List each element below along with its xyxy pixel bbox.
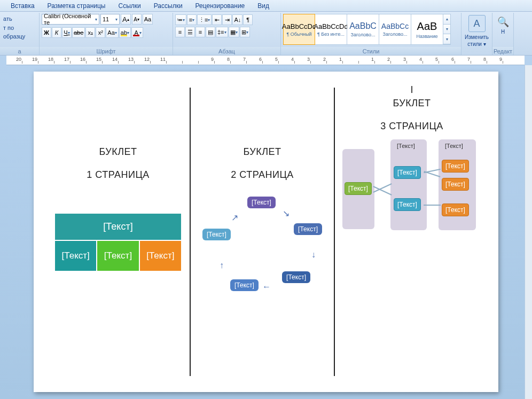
smartart-cell-1[interactable]: [Текст] [54, 240, 97, 271]
menu-links[interactable]: Ссылки [112, 1, 147, 11]
panel2-title: БУКЛЕТ [243, 146, 281, 158]
grow-font-button[interactable]: A▴ [121, 14, 131, 25]
borders-button[interactable]: ⊞▾ [240, 27, 250, 37]
smartart-cycle[interactable]: [Текст] [Текст] [Текст] [Текст] [Текст] … [198, 197, 326, 303]
paragraph-group-title: Абзац [173, 47, 280, 55]
hier-box-c1[interactable]: [Текст] [442, 160, 469, 173]
styles-expand[interactable]: ▾ [443, 34, 450, 44]
style-heading1[interactable]: AaBbC Заголово... [347, 14, 379, 45]
line-spacing-button[interactable]: ‡≡▾ [216, 27, 228, 37]
cycle-box-4[interactable]: [Текст] [230, 279, 259, 291]
change-case-button[interactable]: Aa▾ [106, 27, 118, 38]
clipboard-format-painter[interactable]: т по образцу [3, 24, 36, 41]
clipboard-group-title: а [0, 47, 39, 55]
vertical-scrollbar[interactable] [525, 65, 532, 399]
change-styles-label: Изменить [464, 34, 490, 40]
find-label: Н [495, 29, 511, 35]
clear-formatting-button[interactable]: Aa [143, 14, 153, 25]
arrow-icon: ↑ [220, 261, 224, 270]
menu-review[interactable]: Рецензирование [189, 1, 252, 11]
cycle-box-3[interactable]: [Текст] [282, 271, 310, 283]
bullets-button[interactable]: ≔▾ [175, 14, 186, 25]
panel3-title: БУКЛЕТ [393, 98, 431, 109]
arrow-icon: ← [262, 282, 271, 292]
font-size-value: 11 [103, 16, 109, 22]
menu-bar: Вставка Разметка страницы Ссылки Рассылк… [0, 0, 532, 12]
font-name-combo[interactable]: Calibri (Основной те ▾ [42, 14, 99, 25]
smartart-cell-2[interactable]: [Текст] [97, 240, 139, 271]
font-group-title: Шрифт [40, 47, 173, 55]
hier-box-a[interactable]: [Текст] [394, 166, 421, 179]
sort-button[interactable]: A↓ [232, 14, 242, 25]
brochure-panel-2: БУКЛЕТ 2 СТРАНИЦА [Текст] [Текст] [Текст… [190, 88, 334, 376]
font-size-combo[interactable]: 11 ▾ [100, 14, 120, 25]
arrow-icon: ↗ [231, 213, 238, 223]
editing-group: 🔍 Н Редакт [492, 13, 514, 55]
numbering-button[interactable]: ≡▾ [187, 14, 197, 25]
align-center-button[interactable]: ☰ [185, 27, 195, 37]
hier-label-2: [Текст] [445, 143, 463, 149]
justify-button[interactable]: ▤ [206, 27, 215, 37]
paragraph-group: ≔▾ ≡▾ ⋮≡▾ ⇤ ⇥ A↓ ¶ ≡ ☰ ≡ ▤ ‡≡▾ ▦▾ ⊞▾ Абз… [173, 13, 281, 55]
superscript-button[interactable]: x² [96, 27, 105, 38]
subscript-button[interactable]: x₂ [85, 27, 95, 38]
cycle-box-5[interactable]: [Текст] [202, 229, 231, 240]
brochure-panel-3: I БУКЛЕТ 3 СТРАНИЦА [Текст] [Текст] [Тек… [334, 88, 489, 376]
styles-gallery: AaBbCcDd ¶ Обычный AaBbCcDd ¶ Без инте..… [283, 14, 459, 45]
style-title[interactable]: AaB Название [411, 14, 443, 45]
panel3-subtitle: 3 СТРАНИЦА [380, 121, 443, 132]
menu-page-layout[interactable]: Разметка страницы [41, 1, 112, 11]
styles-group: AaBbCcDd ¶ Обычный AaBbCcDd ¶ Без инте..… [281, 13, 461, 55]
cycle-box-2[interactable]: [Текст] [294, 223, 322, 235]
hier-box-c2[interactable]: [Текст] [442, 178, 469, 191]
change-styles-group: A Изменить стили ▾ [461, 13, 492, 55]
smartart-table[interactable]: [Текст] [Текст] [Текст] [Текст] [54, 213, 182, 272]
panel3-pretext: I [410, 84, 413, 96]
bold-button[interactable]: Ж [42, 27, 51, 38]
dropdown-icon: ▾ [95, 17, 97, 22]
decrease-indent-button[interactable]: ⇤ [212, 14, 222, 25]
smartart-hierarchy[interactable]: [Текст] [Текст] [Текст] [Текст] [Текст] … [342, 139, 481, 241]
document-page[interactable]: БУКЛЕТ 1 СТРАНИЦА [Текст] [Текст] [Текст… [34, 72, 498, 392]
menu-mailings[interactable]: Рассылки [147, 1, 189, 11]
shading-button[interactable]: ▦▾ [229, 27, 239, 37]
change-styles-icon[interactable]: A [468, 15, 486, 32]
hier-box-c3[interactable]: [Текст] [442, 204, 469, 216]
horizontal-ruler[interactable]: 20191817161514131211987654321123456789 [6, 56, 525, 65]
arrow-icon: ↓ [311, 250, 316, 260]
styles-scroll-up[interactable]: ▴ [443, 14, 450, 25]
multilevel-button[interactable]: ⋮≡▾ [197, 14, 212, 25]
clipboard-cut-fragment[interactable]: ать [3, 15, 36, 23]
show-marks-button[interactable]: ¶ [243, 14, 253, 25]
font-color-button[interactable]: A▾ [131, 27, 143, 38]
style-heading2[interactable]: AaBbCc Заголово... [379, 14, 411, 45]
styles-scroll-down[interactable]: ▾ [443, 25, 450, 35]
style-no-spacing[interactable]: AaBbCcDd ¶ Без инте... [315, 14, 347, 45]
highlight-button[interactable]: ab▾ [119, 27, 131, 38]
bg-box-2 [390, 139, 427, 230]
smartart-cell-3[interactable]: [Текст] [139, 240, 182, 271]
cycle-box-1[interactable]: [Текст] [247, 197, 276, 208]
clipboard-group: ать т по образцу а [0, 13, 40, 55]
menu-view[interactable]: Вид [251, 1, 276, 11]
align-left-button[interactable]: ≡ [175, 27, 185, 37]
connector-line [424, 205, 441, 206]
align-right-button[interactable]: ≡ [195, 27, 205, 37]
style-normal[interactable]: AaBbCcDd ¶ Обычный [283, 14, 315, 45]
underline-button[interactable]: Ч▾ [62, 27, 72, 38]
shrink-font-button[interactable]: A▾ [132, 14, 142, 25]
font-name-value: Calibri (Основной те [44, 13, 95, 26]
dropdown-icon: ▾ [115, 17, 118, 22]
italic-button[interactable]: К [52, 27, 61, 38]
smartart-header[interactable]: [Текст] [54, 213, 182, 240]
panel1-title: БУКЛЕТ [99, 146, 137, 158]
hier-box-b[interactable]: [Текст] [394, 198, 421, 211]
find-icon[interactable]: 🔍 [495, 14, 511, 28]
hier-box-root[interactable]: [Текст] [345, 182, 372, 195]
increase-indent-button[interactable]: ⇥ [222, 14, 232, 25]
hier-label-1: [Текст] [397, 143, 415, 149]
change-styles-label2: стили ▾ [464, 41, 490, 47]
menu-insert[interactable]: Вставка [4, 1, 41, 11]
brochure-panel-1: БУКЛЕТ 1 СТРАНИЦА [Текст] [Текст] [Текст… [46, 88, 190, 376]
strikethrough-button[interactable]: abe [72, 27, 85, 38]
